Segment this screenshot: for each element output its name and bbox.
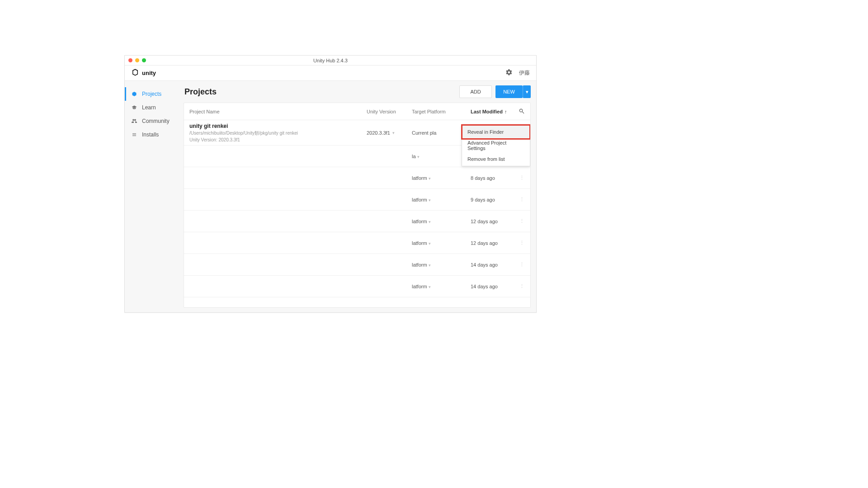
window-controls: [128, 58, 146, 62]
gear-icon[interactable]: [505, 69, 513, 78]
sidebar-item-label: Projects: [142, 91, 161, 97]
new-dropdown-button[interactable]: ▾: [523, 85, 531, 98]
chevron-down-icon[interactable]: ▾: [429, 176, 431, 181]
row-version: 2020.3.3f1: [367, 130, 390, 136]
sidebar-item-label: Learn: [142, 104, 156, 111]
row-platform: latform ▾: [412, 219, 471, 224]
row-platform: latform ▾: [412, 175, 471, 181]
row-platform: latform ▾: [412, 262, 471, 267]
more-icon[interactable]: ⋮: [516, 262, 525, 267]
window-title: Unity Hub 2.4.3: [313, 58, 348, 63]
sidebar-item-community[interactable]: Community: [125, 114, 184, 128]
row-modified: 12 days ago: [471, 219, 516, 224]
col-unity-version[interactable]: Unity Version: [367, 109, 412, 114]
header: unity 伊藤: [125, 66, 536, 81]
new-button[interactable]: NEW: [495, 85, 523, 98]
unity-logo-icon: [131, 68, 139, 78]
col-project-name[interactable]: Project Name: [189, 109, 367, 114]
list-icon: [131, 132, 137, 137]
brand-label: unity: [142, 70, 156, 76]
people-icon: [131, 118, 137, 124]
table-row[interactable]: latform ▾14 days ago⋮: [184, 254, 530, 276]
projects-panel: Reveal in Finder Advanced Project Settin…: [184, 103, 531, 308]
col-last-modified[interactable]: Last Modified ↑: [471, 109, 516, 114]
sidebar-item-projects[interactable]: Projects: [125, 87, 184, 101]
row-platform: latform ▾: [412, 240, 471, 246]
chevron-down-icon: ▾: [526, 89, 528, 95]
user-label[interactable]: 伊藤: [519, 69, 530, 77]
col-target-platform[interactable]: Target Platform: [412, 109, 471, 114]
ctx-advanced-settings[interactable]: Advanced Project Settings: [462, 139, 530, 152]
cube-icon: [131, 91, 137, 97]
sidebar-item-label: Community: [142, 118, 170, 124]
chevron-down-icon[interactable]: ▾: [429, 285, 431, 289]
table-row[interactable]: latform ▾14 days ago⋮: [184, 276, 530, 297]
arrow-up-icon: ↑: [505, 109, 507, 114]
row-modified: 12 days ago: [471, 240, 516, 246]
minimize-icon[interactable]: [135, 58, 139, 62]
row-modified: 14 days ago: [471, 284, 516, 289]
search-icon[interactable]: [516, 108, 525, 115]
more-icon[interactable]: ⋮: [516, 283, 525, 289]
project-name: unity git renkei: [189, 123, 367, 129]
close-icon[interactable]: [128, 58, 132, 62]
ctx-remove-from-list[interactable]: Remove from list: [462, 152, 530, 166]
sidebar-item-installs[interactable]: Installs: [125, 128, 184, 141]
sidebar-item-label: Installs: [142, 131, 159, 138]
row-modified: 14 days ago: [471, 262, 516, 267]
sidebar: Projects Learn Community Installs: [125, 81, 184, 312]
chevron-down-icon[interactable]: ▾: [429, 241, 431, 246]
sidebar-item-learn[interactable]: Learn: [125, 101, 184, 114]
project-path: /Users/michibuiito/Desktop/Unity類/pkg/un…: [189, 130, 367, 136]
chevron-down-icon[interactable]: ▾: [429, 220, 431, 224]
more-icon[interactable]: ⋮: [516, 197, 525, 202]
row-platform: latform ▾: [412, 284, 471, 289]
add-button[interactable]: ADD: [459, 85, 492, 98]
chevron-down-icon[interactable]: ▾: [429, 198, 431, 202]
more-icon[interactable]: ⋮: [516, 175, 525, 181]
project-version-line: Unity Version: 2020.3.3f1: [189, 137, 367, 142]
titlebar: Unity Hub 2.4.3: [125, 56, 536, 66]
table-row[interactable]: latform ▾9 days ago⋮: [184, 189, 530, 211]
row-modified: 9 days ago: [471, 197, 516, 202]
maximize-icon[interactable]: [142, 58, 146, 62]
row-modified: 8 days ago: [471, 175, 516, 181]
table-row[interactable]: latform ▾12 days ago⋮: [184, 232, 530, 254]
brand: unity: [131, 68, 156, 78]
table-row[interactable]: latform ▾12 days ago⋮: [184, 211, 530, 232]
app-window: Unity Hub 2.4.3 unity 伊藤 Projects Lea: [124, 55, 537, 313]
table-header: Project Name Unity Version Target Platfo…: [184, 103, 530, 120]
ctx-reveal-in-finder[interactable]: Reveal in Finder: [462, 125, 530, 139]
chevron-down-icon[interactable]: ▾: [417, 155, 420, 159]
row-platform: latform ▾: [412, 197, 471, 202]
page-title: Projects: [184, 87, 217, 97]
more-icon[interactable]: ⋮: [516, 240, 525, 246]
table-row[interactable]: latform ▾8 days ago⋮: [184, 167, 530, 189]
chevron-down-icon[interactable]: ▾: [392, 131, 395, 135]
chevron-down-icon[interactable]: ▾: [429, 263, 431, 267]
graduation-cap-icon: [131, 105, 137, 110]
context-menu: Reveal in Finder Advanced Project Settin…: [462, 125, 530, 166]
more-icon[interactable]: ⋮: [516, 218, 525, 224]
